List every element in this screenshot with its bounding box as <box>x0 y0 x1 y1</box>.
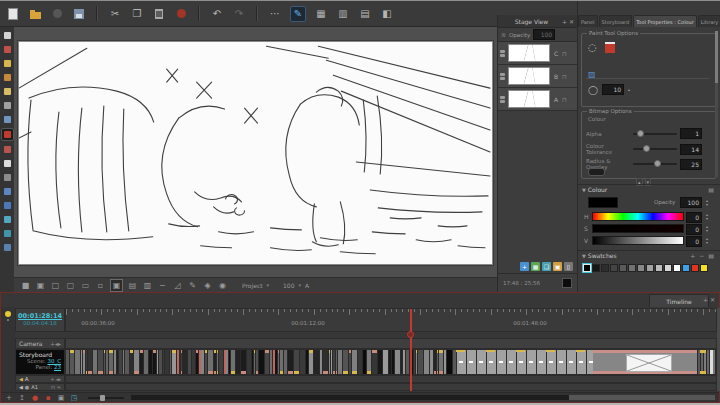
sound-scrub-icon[interactable]: ◈ <box>202 280 213 291</box>
radius-overlay-slider[interactable] <box>633 163 677 165</box>
marker-icon[interactable]: ◳ <box>69 393 79 403</box>
remove-swatch-icon[interactable]: − <box>699 252 704 259</box>
camera-mask-icon[interactable]: ■ <box>20 280 31 291</box>
colour-space-label[interactable]: Project <box>242 282 263 289</box>
swatch-menu-icon[interactable]: ▤ <box>708 252 714 259</box>
layer-thumbnail[interactable] <box>508 67 550 85</box>
storyboard-filmstrip[interactable] <box>65 349 717 375</box>
overlay-icon[interactable]: ▤ <box>127 280 138 291</box>
swatch[interactable] <box>664 264 672 272</box>
value-slider[interactable] <box>592 236 684 245</box>
delete-icon[interactable] <box>174 7 188 21</box>
current-timecode[interactable]: 00:01:28:14 <box>16 312 64 320</box>
mute-dot-icon[interactable]: ● <box>25 384 29 390</box>
swatch[interactable] <box>601 264 609 272</box>
lasso-select-icon[interactable]: ◌ <box>588 42 597 53</box>
swatches-section-header[interactable]: ▼ Swatches <box>582 252 617 259</box>
swatch[interactable] <box>673 264 681 272</box>
undo-icon[interactable]: ↶ <box>210 7 224 21</box>
layer-thumbnail[interactable] <box>508 44 550 62</box>
thumbnails-view-icon[interactable]: ▥ <box>336 7 350 21</box>
spinner-icon[interactable]: ▴▾ <box>706 225 708 233</box>
swatch[interactable] <box>646 264 654 272</box>
swatch[interactable] <box>583 264 591 272</box>
chevron-down-icon[interactable]: ▾ <box>267 282 270 288</box>
add-group-icon[interactable]: ❑ <box>542 262 551 271</box>
swatch[interactable] <box>610 264 618 272</box>
swatch[interactable] <box>637 264 645 272</box>
layer-visibility-icon[interactable] <box>498 73 507 80</box>
value-value[interactable]: 0 <box>686 236 702 247</box>
record-icon[interactable] <box>50 7 64 21</box>
panel-value[interactable]: 23 <box>54 364 61 370</box>
add-tab-icon[interactable]: + ✕ <box>703 296 715 303</box>
current-colour-chip[interactable] <box>562 278 572 288</box>
audio-group-header[interactable]: ◀ A + ◂▸ <box>15 375 65 383</box>
tab-storyboard[interactable]: Storyboard <box>599 15 633 27</box>
collapse-icon[interactable]: ▼ <box>582 253 586 259</box>
audio-track-header[interactable]: ◀ ● A1 ⊓ ≈ <box>15 383 65 391</box>
grid-tool-icon[interactable] <box>2 172 13 183</box>
fit-view-icon[interactable]: ▫ <box>95 280 106 291</box>
tab-timeline[interactable]: Timeline <box>649 294 709 307</box>
add-swatch-icon[interactable]: + <box>690 252 695 259</box>
redo-icon[interactable]: ↷ <box>232 7 246 21</box>
add-panel-icon[interactable]: + <box>4 393 14 403</box>
layer-thumbnail[interactable] <box>508 90 550 108</box>
swatch[interactable] <box>700 264 708 272</box>
zoom-level-value[interactable]: 100 <box>283 282 294 289</box>
camera-tool-icon[interactable] <box>2 214 13 225</box>
colour-menu-icon[interactable]: ▤ <box>708 186 714 193</box>
pencil-tool-icon[interactable] <box>2 58 13 69</box>
close-view-icon[interactable]: ✕ <box>569 18 574 25</box>
more-options-icon[interactable]: ⋯ <box>268 7 282 21</box>
colour-tolerance-value[interactable]: 14 <box>680 144 702 155</box>
swatch[interactable] <box>619 264 627 272</box>
swatch[interactable] <box>592 264 600 272</box>
alpha-slider[interactable] <box>633 133 677 135</box>
brush-tool-icon[interactable] <box>2 44 13 55</box>
copy-icon[interactable]: ❐ <box>130 7 144 21</box>
list-view-icon[interactable]: ▤ <box>358 7 372 21</box>
spinner-icon[interactable]: ▴▾ <box>706 213 708 221</box>
eraser-tool-icon[interactable] <box>2 86 13 97</box>
pan-view-tool-icon[interactable] <box>2 228 13 239</box>
loop-icon[interactable]: ◉ <box>217 280 228 291</box>
timeline-hscroll[interactable] <box>131 395 715 400</box>
layer-row[interactable]: A ⊓ <box>498 88 577 111</box>
timeline-ruler[interactable]: 00:00:36:00 00:01:12:00 00:01:48:00 <box>65 308 717 332</box>
delete-layer-icon[interactable]: ▯ <box>564 262 573 271</box>
audio-track-content[interactable] <box>65 383 717 391</box>
camera-track-header[interactable]: Camera + ◂▸ <box>15 338 65 349</box>
camera-track-content[interactable] <box>65 338 717 349</box>
spinner-icon[interactable]: ▴ <box>628 88 630 92</box>
layer-row[interactable]: B ⊓ <box>498 65 577 88</box>
colour-tolerance-slider[interactable] <box>633 148 677 150</box>
speaker-icon[interactable]: ◀ <box>19 384 23 390</box>
nav-arrows-icon[interactable]: ◂▸ <box>55 340 61 347</box>
stamp-tool-icon[interactable] <box>2 72 13 83</box>
drawing-canvas[interactable] <box>18 41 493 265</box>
text-tool-icon[interactable] <box>2 100 13 111</box>
field-grid-icon[interactable]: □ <box>50 280 61 291</box>
zoom-slider-handle[interactable] <box>100 395 105 401</box>
cut-icon[interactable]: ✂ <box>108 7 122 21</box>
hue-value[interactable]: 0 <box>686 212 702 223</box>
opacity-value[interactable]: 100 <box>533 29 555 40</box>
light-bulb-icon[interactable] <box>5 311 11 317</box>
move-up-icon[interactable]: ↥ <box>17 393 27 403</box>
add-view-icon[interactable]: + <box>562 18 567 25</box>
playhead[interactable] <box>410 309 412 391</box>
swatch[interactable] <box>682 264 690 272</box>
paste-icon[interactable] <box>152 7 166 21</box>
layer-menu-icon[interactable]: ≋ <box>501 31 506 38</box>
layers-tool-icon[interactable] <box>2 200 13 211</box>
lock-icon[interactable]: ⊓ <box>51 384 55 390</box>
hand-tool-icon[interactable] <box>2 158 13 169</box>
draw-settings-icon[interactable]: ✎ <box>290 6 306 22</box>
layer-visibility-icon[interactable] <box>498 50 507 57</box>
scrollbar-thumb[interactable] <box>715 31 718 83</box>
close-gap-icon[interactable]: ◯ <box>588 85 598 95</box>
zoom-tool-icon[interactable] <box>2 186 13 197</box>
lock-icon[interactable]: ⊓ <box>562 73 567 80</box>
